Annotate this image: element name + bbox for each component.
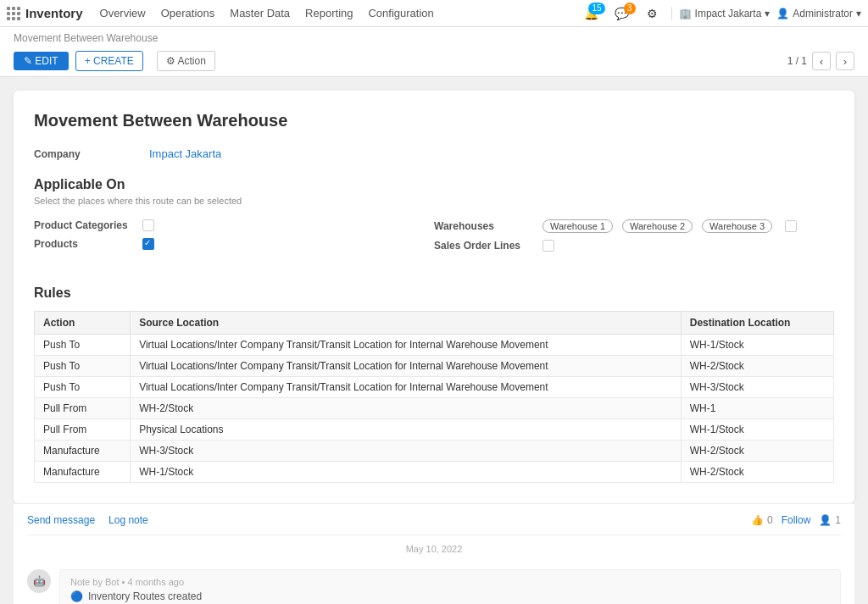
cell-action: Push To <box>35 356 131 377</box>
rules-table: Action Source Location Destination Locat… <box>34 311 834 483</box>
chatter-actions: Send message Log note 👍 0 Follow 👤 1 <box>27 514 841 535</box>
warehouses-checkbox[interactable] <box>785 220 797 232</box>
table-row[interactable]: Push To Virtual Locations/Inter Company … <box>35 356 834 377</box>
pager: 1 / 1 ‹ › <box>787 52 854 70</box>
edit-button[interactable]: ✎ EDIT <box>14 52 69 70</box>
company-name: Impact Jakarta <box>695 8 762 19</box>
settings-button[interactable]: ⚙ <box>641 4 665 23</box>
note-author: Note by Bot <box>70 577 119 587</box>
note-time: 4 months ago <box>127 577 184 587</box>
notifications-badge: 15 <box>588 3 604 14</box>
main-nav: Overview Operations Master Data Reportin… <box>93 3 570 23</box>
app-logo[interactable]: Inventory <box>7 6 83 20</box>
applicable-on-title: Applicable On <box>34 177 834 192</box>
breadcrumb: Movement Between Warehouse <box>14 32 854 44</box>
products-checkbox[interactable] <box>142 238 154 250</box>
pager-text: 1 / 1 <box>787 55 807 67</box>
col-source: Source Location <box>131 312 682 335</box>
sales-order-lines-label: Sales Order Lines <box>434 240 536 252</box>
info-icon: 🔵 <box>70 590 83 602</box>
nav-master-data[interactable]: Master Data <box>223 3 297 23</box>
date-divider: May 10, 2022 <box>27 535 841 562</box>
user-icon: 👤 <box>776 8 789 19</box>
cell-action: Pull From <box>35 398 131 419</box>
cell-action: Pull From <box>35 419 131 441</box>
cell-action: Push To <box>35 377 131 398</box>
table-row[interactable]: Pull From Physical Locations WH-1/Stock <box>35 419 834 441</box>
messages-button[interactable]: 💬 3 <box>610 4 634 23</box>
messages-badge: 3 <box>624 3 636 14</box>
action-bar: ✎ EDIT + CREATE ⚙ Action 1 / 1 ‹ › <box>14 47 854 76</box>
nav-overview[interactable]: Overview <box>93 3 153 23</box>
col-action: Action <box>35 312 131 335</box>
gear-icon: ⚙ <box>647 7 658 20</box>
products-row: Products <box>34 238 434 250</box>
table-row[interactable]: Push To Virtual Locations/Inter Company … <box>35 335 834 356</box>
nav-operations[interactable]: Operations <box>154 3 222 23</box>
likes-count: 0 <box>767 514 773 526</box>
table-row[interactable]: Push To Virtual Locations/Inter Company … <box>35 377 834 398</box>
cell-source: Physical Locations <box>131 419 682 441</box>
apps-icon <box>7 7 20 20</box>
pager-next[interactable]: › <box>836 52 854 70</box>
cell-source: WH-3/Stock <box>131 441 682 462</box>
follow-button[interactable]: Follow <box>782 514 811 526</box>
col-destination: Destination Location <box>681 312 833 335</box>
app-name: Inventory <box>25 6 83 20</box>
table-row[interactable]: Manufacture WH-1/Stock WH-2/Stock <box>35 462 834 483</box>
cell-destination: WH-1 <box>681 398 833 419</box>
applicable-right: Warehouses Warehouse 1 Warehouse 2 Wareh… <box>434 219 834 265</box>
action-button[interactable]: ⚙ Action <box>157 51 215 71</box>
sales-order-lines-row: Sales Order Lines <box>434 240 834 252</box>
sales-order-lines-checkbox[interactable] <box>542 240 554 252</box>
cell-destination: WH-2/Stock <box>681 441 833 462</box>
chevron-down-icon: ▾ <box>765 8 770 19</box>
user-menu[interactable]: 👤 Administrator ▾ <box>776 8 861 19</box>
log-note-button[interactable]: Log note <box>108 514 148 526</box>
cell-source: Virtual Locations/Inter Company Transit/… <box>131 356 682 377</box>
warehouse-tag-1: Warehouse 1 <box>542 219 613 233</box>
applicable-grid: Product Categories Products Warehouses W… <box>34 219 834 265</box>
products-label: Products <box>34 238 136 250</box>
pager-prev[interactable]: ‹ <box>812 52 831 70</box>
building-icon: 🏢 <box>679 8 692 19</box>
record-card: Movement Between Warehouse Company Impac… <box>14 91 854 503</box>
followers-count: 1 <box>835 514 841 526</box>
record-title: Movement Between Warehouse <box>34 111 834 130</box>
thumbs-up-icon: 👍 <box>751 514 764 526</box>
followers-item: 👤 1 <box>819 514 841 526</box>
main-content: Movement Between Warehouse Company Impac… <box>0 77 868 604</box>
warehouse-tag-3: Warehouse 3 <box>702 219 772 233</box>
cell-action: Push To <box>35 335 131 356</box>
table-row[interactable]: Manufacture WH-3/Stock WH-2/Stock <box>35 441 834 462</box>
chatter: Send message Log note 👍 0 Follow 👤 1 May… <box>14 503 854 604</box>
notifications-button[interactable]: 🔔 15 <box>580 4 604 23</box>
cell-source: WH-2/Stock <box>131 398 682 419</box>
divider-1 <box>671 7 672 20</box>
nav-reporting[interactable]: Reporting <box>298 3 359 23</box>
warehouse-tag-2: Warehouse 2 <box>622 219 693 233</box>
bot-avatar: 🤖 <box>27 569 51 593</box>
warehouses-label: Warehouses <box>434 220 536 232</box>
company-field-row: Company Impact Jakarta <box>34 147 834 160</box>
company-value[interactable]: Impact Jakarta <box>149 147 221 160</box>
send-message-button[interactable]: Send message <box>27 514 95 526</box>
note-text: 🔵 Inventory Routes created <box>70 590 830 602</box>
table-row[interactable]: Pull From WH-2/Stock WH-1 <box>35 398 834 419</box>
create-button[interactable]: + CREATE <box>75 51 143 71</box>
note-message: Inventory Routes created <box>88 590 202 602</box>
warehouses-row: Warehouses Warehouse 1 Warehouse 2 Wareh… <box>434 219 834 233</box>
cell-source: Virtual Locations/Inter Company Transit/… <box>131 335 682 356</box>
product-categories-label: Product Categories <box>34 219 136 231</box>
company-selector[interactable]: 🏢 Impact Jakarta ▾ <box>679 8 771 19</box>
cell-destination: WH-2/Stock <box>681 462 833 483</box>
cell-source: Virtual Locations/Inter Company Transit/… <box>131 377 682 398</box>
likes-item[interactable]: 👍 0 <box>751 514 773 526</box>
company-label: Company <box>34 148 136 160</box>
product-categories-checkbox[interactable] <box>142 219 154 231</box>
topbar-right: 🔔 15 💬 3 ⚙ 🏢 Impact Jakarta ▾ 👤 Administ… <box>580 4 861 23</box>
chatter-right: 👍 0 Follow 👤 1 <box>751 514 841 526</box>
cell-source: WH-1/Stock <box>131 462 682 483</box>
note-meta: Note by Bot • 4 months ago <box>70 577 830 587</box>
nav-configuration[interactable]: Configuration <box>361 3 440 23</box>
